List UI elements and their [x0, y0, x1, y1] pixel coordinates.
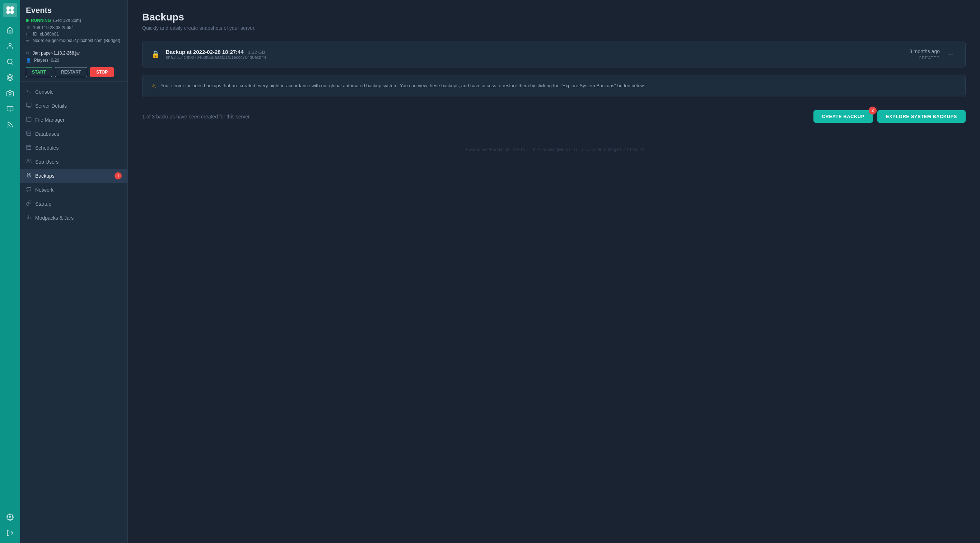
sidebar-item-schedules[interactable]: Schedules	[20, 141, 127, 155]
modpacks-icon	[26, 214, 32, 221]
jar-icon: ⚙	[26, 51, 30, 56]
footer: Powered by Pterodactyl - © 2015 - 2022 Z…	[142, 147, 966, 152]
sidebar-nav: Console Server Details File Manager	[20, 82, 127, 227]
nav-icon-search[interactable]	[3, 54, 17, 69]
server-node: ☰ Node: eu-ger-mc-bu52.ploxhost.com (Bud…	[26, 38, 122, 43]
nav-icon-settings[interactable]	[3, 510, 17, 524]
backup-size: 1.22 GB	[248, 49, 265, 55]
svg-rect-1	[10, 6, 14, 10]
sidebar-item-modpacks[interactable]: Modpacks & Jars	[20, 211, 127, 225]
footer-text: Powered by Pterodactyl - © 2015 - 2022 Z…	[463, 147, 644, 152]
backup-hash: sha1:514c4f0b7346bf868aaaf21f51eccc704d0…	[166, 55, 904, 60]
id-value: ID: eb868b81	[33, 32, 59, 37]
restart-button[interactable]: RESTART	[55, 67, 87, 77]
startup-icon	[26, 200, 32, 207]
nav-icon-target[interactable]	[3, 70, 17, 85]
svg-point-9	[10, 77, 10, 78]
nav-icon-camera[interactable]	[3, 86, 17, 100]
sidebar-item-sub-users[interactable]: Sub Users	[20, 155, 127, 169]
server-details-icon	[26, 102, 32, 109]
databases-label: Databases	[35, 131, 59, 137]
backup-menu-button[interactable]: ···	[945, 49, 957, 60]
players-value: Players: 0/20	[34, 58, 59, 63]
svg-rect-2	[6, 10, 10, 14]
databases-icon	[26, 130, 32, 137]
sidebar-item-server-details[interactable]: Server Details	[20, 99, 127, 113]
server-status: RUNNING (54d 12h 30m)	[26, 18, 122, 23]
svg-point-5	[8, 59, 12, 64]
file-manager-icon	[26, 116, 32, 123]
svg-point-4	[9, 43, 11, 46]
divider	[26, 47, 122, 47]
schedules-label: Schedules	[35, 145, 59, 151]
svg-rect-3	[10, 10, 14, 14]
nav-icon-book[interactable]	[3, 102, 17, 116]
id-icon: 🏷	[26, 32, 30, 37]
status-dot	[26, 19, 29, 22]
svg-rect-15	[26, 103, 31, 106]
svg-point-11	[8, 127, 8, 127]
page-subtitle: Quickly and easily create snapshots of y…	[142, 25, 966, 31]
page-title: Backups	[142, 11, 966, 23]
console-label: Console	[35, 89, 54, 95]
svg-rect-19	[27, 145, 31, 150]
action-buttons: START RESTART STOP	[26, 67, 122, 77]
backups-icon	[26, 172, 32, 179]
ip-icon: 🖥	[26, 25, 30, 30]
create-backup-wrapper: CREATE BACKUP 2	[813, 110, 873, 123]
info-banner: ⚠ Your server includes backups that are …	[142, 75, 966, 97]
sidebar-item-startup[interactable]: Startup	[20, 197, 127, 211]
sidebar-item-console[interactable]: Console	[20, 85, 127, 99]
backup-meta: 3 months ago CREATED	[909, 48, 940, 60]
ip-value: 168.119.28.38:25654	[33, 25, 73, 30]
sub-users-icon	[26, 158, 32, 165]
svg-point-8	[8, 76, 12, 79]
sidebar-item-network[interactable]: Network	[20, 183, 127, 197]
backup-actions-row: 1 of 3 backups have been created for thi…	[142, 107, 966, 125]
info-warning-icon: ⚠	[151, 83, 156, 90]
backups-badge: 1	[115, 172, 122, 179]
players-icon: 👤	[26, 58, 31, 63]
status-label: RUNNING	[31, 18, 51, 23]
sidebar-item-file-manager[interactable]: File Manager	[20, 113, 127, 127]
start-button[interactable]: START	[26, 67, 52, 77]
svg-line-6	[11, 63, 13, 65]
jar-value: Jar: paper-1.18.2-268.jar	[33, 51, 80, 56]
nav-icon-user[interactable]	[3, 39, 17, 53]
backup-info: Backup at 2022-02-28 18:27:44 1.22 GB sh…	[166, 49, 904, 60]
app-logo[interactable]	[3, 3, 17, 17]
startup-label: Startup	[35, 201, 51, 207]
server-id: 🏷 ID: eb868b81	[26, 32, 122, 37]
network-label: Network	[35, 187, 54, 193]
backup-count-text: 1 of 3 backups have been created for thi…	[142, 114, 251, 119]
icon-bar	[0, 0, 20, 543]
backup-status: CREATED	[909, 56, 940, 60]
sub-users-label: Sub Users	[35, 159, 59, 165]
file-manager-label: File Manager	[35, 117, 65, 123]
explore-system-backups-button[interactable]: EXPLORE SYSTEM BACKUPS	[877, 110, 966, 123]
sidebar-header: Events RUNNING (54d 12h 30m) 🖥 168.119.2…	[20, 0, 127, 82]
svg-point-18	[27, 131, 31, 132]
backups-label: Backups	[35, 173, 54, 179]
status-uptime: (54d 12h 30m)	[53, 18, 81, 23]
server-details-label: Server Details	[35, 103, 67, 109]
create-backup-button[interactable]: CREATE BACKUP	[813, 110, 873, 123]
backup-title: Backup at 2022-02-28 18:27:44	[166, 49, 244, 55]
server-title: Events	[26, 6, 122, 15]
svg-rect-0	[6, 6, 10, 10]
nav-icon-home[interactable]	[3, 23, 17, 37]
sidebar-item-backups[interactable]: Backups 1	[20, 169, 127, 183]
node-value: Node: eu-ger-mc-bu52.ploxhost.com (Budge…	[33, 38, 120, 43]
backup-time-ago: 3 months ago	[909, 48, 940, 54]
nav-icon-logout[interactable]	[3, 526, 17, 540]
stop-button[interactable]: STOP	[90, 67, 114, 77]
create-backup-badge: 2	[869, 106, 877, 114]
backup-title-row: Backup at 2022-02-28 18:27:44 1.22 GB	[166, 49, 904, 55]
backup-lock-icon: 🔒	[151, 50, 160, 59]
svg-point-23	[27, 159, 29, 161]
info-text: Your server includes backups that are cr…	[161, 82, 645, 90]
network-icon	[26, 186, 32, 193]
sidebar-item-databases[interactable]: Databases	[20, 127, 127, 141]
nav-icon-feed[interactable]	[3, 118, 17, 132]
modpacks-label: Modpacks & Jars	[35, 215, 73, 221]
